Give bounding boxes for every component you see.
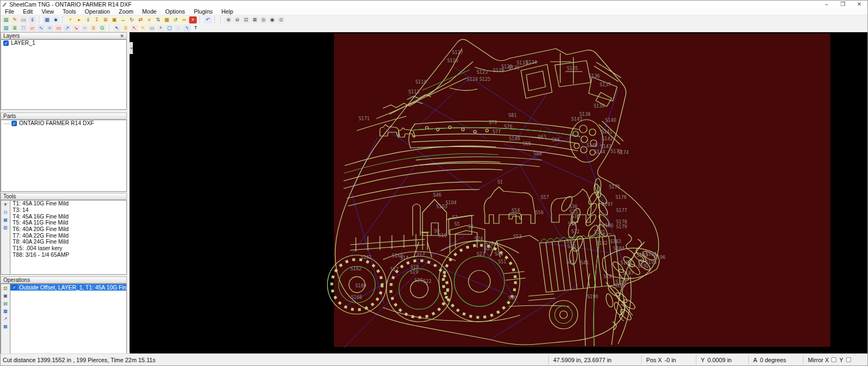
- new-part-icon[interactable]: +: [67, 16, 74, 23]
- tool-grid-icon[interactable]: ▥: [2, 225, 9, 231]
- operations-list[interactable]: ✓Outside Offset, LAYER_1, T1: 45A 10G Fi…: [10, 284, 126, 354]
- offset-path-icon[interactable]: ▭: [55, 25, 62, 32]
- show-parts-icon[interactable]: □: [20, 25, 27, 32]
- plunge-icon[interactable]: ϟ: [183, 25, 191, 32]
- open-job-icon[interactable]: ▤: [2, 16, 10, 23]
- menu-help[interactable]: Help: [217, 8, 238, 15]
- delete-part-icon[interactable]: ×: [189, 16, 197, 23]
- tool-row[interactable]: T6: 40A 20G Fine Mild: [10, 226, 126, 233]
- sidebar-collapse-handle[interactable]: ◂: [130, 42, 133, 54]
- parts-list[interactable]: ──✓ONTARIO FARMER R14 DXF: [1, 120, 127, 192]
- open-part-icon[interactable]: ▸: [75, 16, 83, 23]
- menu-edit[interactable]: Edit: [19, 8, 37, 15]
- plasma-tool-icon[interactable]: ▼: [2, 202, 9, 208]
- menu-view[interactable]: View: [37, 8, 58, 15]
- bridge-tool-icon[interactable]: ∩: [81, 25, 89, 32]
- contour-operation-icon[interactable]: ▤: [2, 300, 9, 306]
- link-parts-icon[interactable]: ∞: [180, 16, 188, 23]
- edit-operation-icon[interactable]: ▣: [2, 293, 9, 299]
- drawing-view[interactable]: S127S126S114S113S123S124S125S171S128S129…: [130, 32, 868, 355]
- select-operation-icon[interactable]: ↖: [139, 25, 147, 32]
- select-mode-icon[interactable]: ↖: [113, 25, 121, 32]
- rotate-part-view-icon[interactable]: ↘: [72, 25, 80, 32]
- tool-row[interactable]: T3: 14: [10, 207, 126, 214]
- select-contour-icon[interactable]: S: [122, 25, 130, 32]
- menu-tools[interactable]: Tools: [58, 8, 81, 15]
- pan-view-icon[interactable]: +: [157, 25, 165, 32]
- zoom-previous-icon[interactable]: ⊙: [277, 16, 285, 23]
- zoom-extents-icon[interactable]: ⊠: [251, 16, 259, 23]
- marquee-icon[interactable]: ◌: [174, 25, 182, 32]
- layer-checkbox[interactable]: ✓: [3, 40, 9, 46]
- tools-list[interactable]: T1: 45A 10G Fine MildT3: 14T4: 45A 16G F…: [10, 200, 126, 274]
- tool-row[interactable]: T15: .004 laser kery: [10, 245, 126, 252]
- duplicate-part-icon[interactable]: ▣: [110, 16, 118, 23]
- path-label: S54: [512, 208, 520, 213]
- gcode-tool-icon[interactable]: G: [2, 209, 9, 215]
- nest-operation-icon[interactable]: ▩: [2, 308, 9, 314]
- menu-mode[interactable]: Mode: [138, 8, 161, 15]
- tool-row[interactable]: T4: 45A 16G Fine Mild: [10, 213, 126, 220]
- select-part-icon[interactable]: ↖: [131, 25, 138, 32]
- tool-row[interactable]: T88: 3/16 - 1/4 65AMP: [10, 252, 126, 258]
- import-part-icon[interactable]: ↧: [93, 16, 101, 23]
- wireframe-view-icon[interactable]: ▧: [2, 25, 10, 32]
- rotate-part-icon[interactable]: ↻: [128, 16, 136, 23]
- operation-checkbox[interactable]: ✓: [11, 285, 17, 290]
- start-point-icon[interactable]: S: [90, 25, 97, 32]
- operator-icon[interactable]: ☻: [52, 16, 60, 23]
- select-region-icon[interactable]: ▭: [148, 25, 156, 32]
- undo-icon[interactable]: ↶: [204, 16, 212, 23]
- zoom-window-icon[interactable]: ⊡: [242, 16, 250, 23]
- gcode-view-icon[interactable]: G: [98, 25, 106, 32]
- node-edit-icon[interactable]: ∿: [37, 25, 45, 32]
- text-tool-icon[interactable]: T: [192, 25, 200, 32]
- post-process-icon[interactable]: ⇓: [28, 16, 36, 23]
- menu-zoom[interactable]: Zoom: [114, 8, 138, 15]
- zoom-part-icon[interactable]: ◉: [268, 16, 276, 23]
- menu-plugins[interactable]: Plugins: [190, 8, 217, 15]
- reload-part-icon[interactable]: ↺: [172, 16, 179, 23]
- tool-row[interactable]: T1: 45A 10G Fine Mild: [10, 200, 126, 207]
- part-row[interactable]: ──✓ONTARIO FARMER R14 DXF: [1, 120, 126, 127]
- contour-tool-icon[interactable]: ▱: [28, 25, 36, 32]
- layers-list[interactable]: ✓LAYER_1: [1, 39, 127, 110]
- mirror-part-icon[interactable]: ⇄: [137, 16, 144, 23]
- operation-row[interactable]: ✓Outside Offset, LAYER_1, T1: 45A 10G Fi…: [10, 284, 126, 291]
- layers-close-icon[interactable]: ✕: [120, 33, 124, 39]
- tool-table-icon[interactable]: ▦: [2, 217, 9, 223]
- drawing-canvas[interactable]: S127S126S114S113S123S124S125S171S128S129…: [130, 32, 868, 355]
- move-part-icon[interactable]: ↔: [119, 16, 127, 23]
- mirror-x-checkbox[interactable]: [831, 357, 836, 362]
- layer-row[interactable]: ✓LAYER_1: [1, 40, 126, 46]
- copy-part-icon[interactable]: ⊞: [102, 16, 109, 23]
- new-operation-icon[interactable]: ▧: [2, 285, 9, 291]
- menu-operation[interactable]: Operation: [80, 8, 114, 15]
- tool-row[interactable]: T8: 40A 24G Fine Mild: [10, 239, 126, 245]
- print-icon[interactable]: ▭: [20, 16, 27, 23]
- maximize-button[interactable]: ❐: [835, 1, 851, 8]
- menu-options[interactable]: Options: [161, 8, 189, 15]
- show-material-icon[interactable]: ≣: [11, 25, 19, 32]
- calculator-icon[interactable]: ▦: [43, 16, 51, 23]
- spline-edit-icon[interactable]: ≈: [46, 25, 54, 32]
- group-parts-icon[interactable]: ≡: [145, 16, 153, 23]
- menu-file[interactable]: File: [1, 8, 19, 15]
- move-part-view-icon[interactable]: ↗: [63, 25, 71, 32]
- zoom-in-icon[interactable]: ⊕: [225, 16, 232, 23]
- minimize-button[interactable]: –: [818, 1, 835, 8]
- zoom-out-icon[interactable]: ⊖: [233, 16, 241, 23]
- nest-parts-icon[interactable]: ▩: [163, 16, 171, 23]
- tool-row[interactable]: T7: 40A 22G Fine Mild: [10, 232, 126, 239]
- align-parts-icon[interactable]: ⇅: [154, 16, 162, 23]
- mirror-y-checkbox[interactable]: [846, 357, 851, 362]
- close-button[interactable]: ✕: [851, 1, 867, 8]
- jet-operation-icon[interactable]: ↗: [2, 316, 9, 322]
- save-part-icon[interactable]: ⇓: [84, 16, 92, 23]
- operation-table-icon[interactable]: ▦: [2, 323, 9, 329]
- tool-row[interactable]: T5: 45A 11G Fine Mild: [10, 220, 126, 226]
- zoom-drawing-icon[interactable]: ◎: [260, 16, 267, 23]
- part-checkbox[interactable]: ✓: [11, 121, 17, 126]
- simulation-window-icon[interactable]: ▢: [166, 25, 173, 32]
- edit-job-icon[interactable]: ✎: [11, 16, 19, 23]
